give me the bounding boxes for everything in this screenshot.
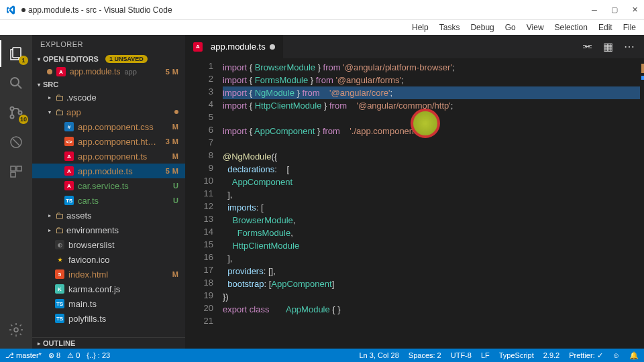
code-line[interactable] bbox=[223, 137, 640, 150]
code-line[interactable]: FormsModule, bbox=[223, 227, 640, 239]
tree-file[interactable]: TScar.tsU bbox=[32, 193, 185, 208]
src-folder-header[interactable]: ▾ SRC bbox=[32, 79, 185, 90]
split-editor-icon[interactable]: ⫘ bbox=[582, 40, 592, 53]
tree-file[interactable]: TSmain.ts bbox=[32, 296, 185, 311]
tab-app-module[interactable]: A app.module.ts bbox=[185, 35, 284, 58]
menu-selection[interactable]: Selection bbox=[555, 23, 588, 32]
status-version[interactable]: 2.9.2 bbox=[543, 351, 559, 359]
code-line[interactable]: ], bbox=[223, 188, 640, 201]
svg-rect-9 bbox=[17, 166, 21, 171]
minimize-button[interactable]: ─ bbox=[590, 6, 598, 14]
tree-file[interactable]: Aapp.module.ts5M bbox=[32, 164, 185, 178]
tree-file[interactable]: Aapp.component.tsM bbox=[32, 149, 185, 164]
file-label: favicon.ico bbox=[68, 255, 109, 265]
minimap[interactable] bbox=[640, 58, 644, 349]
status-cursor[interactable]: Ln 3, Col 28 bbox=[359, 351, 398, 359]
layout-icon[interactable]: ▦ bbox=[603, 40, 613, 53]
more-icon[interactable]: ⋯ bbox=[624, 40, 635, 53]
status-bell-icon[interactable]: 🔔 bbox=[629, 351, 639, 360]
code-line[interactable]: HttpClientModule bbox=[223, 239, 640, 252]
tree-file[interactable]: 5index.htmlM bbox=[32, 267, 185, 282]
tree-file[interactable]: TSpolyfills.ts bbox=[32, 311, 185, 326]
tree-file[interactable]: ★favicon.ico bbox=[32, 252, 185, 267]
code-line[interactable]: import { FormsModule } from '@angular/fo… bbox=[223, 74, 640, 86]
maximize-button[interactable]: ▢ bbox=[610, 6, 619, 14]
code-line[interactable] bbox=[223, 112, 640, 125]
code-line[interactable]: BrowserModule, bbox=[223, 214, 640, 227]
code-line[interactable]: AppComponent bbox=[223, 176, 640, 188]
tree-folder[interactable]: ▸🗀assets bbox=[32, 208, 185, 223]
activity-extensions-icon[interactable] bbox=[0, 158, 32, 185]
activity-explorer-icon[interactable]: 1 bbox=[0, 40, 32, 67]
tree-file[interactable]: <>app.component.ht…3M bbox=[32, 134, 185, 149]
status-warnings[interactable]: ⚠ 0 bbox=[67, 351, 80, 360]
status-prettier[interactable]: Prettier: ✓ bbox=[569, 351, 603, 360]
main: 1 10 EXPLORER ▾ OPEN EDITORS 1 UNSAVED A bbox=[0, 35, 644, 349]
code-line[interactable]: import { HttpClientModule } from '@angul… bbox=[223, 99, 640, 112]
line-gutter: 123456789101112131415161718192021 bbox=[185, 58, 223, 349]
file-icon: ◐ bbox=[55, 240, 64, 249]
folder-icon: 🗀 bbox=[55, 225, 64, 235]
code-line[interactable]: import { NgModule } from '@angular/core'… bbox=[223, 86, 640, 99]
code-line[interactable] bbox=[223, 316, 640, 328]
open-editor-item[interactable]: A app.module.ts app 5M bbox=[32, 64, 185, 79]
svg-rect-8 bbox=[11, 166, 15, 171]
open-editors-header[interactable]: ▾ OPEN EDITORS 1 UNSAVED bbox=[32, 54, 185, 64]
tree-file[interactable]: Kkarma.conf.js bbox=[32, 282, 185, 296]
status-branch[interactable]: ⎇master* bbox=[5, 351, 42, 360]
chevron-down-icon: ▾ bbox=[38, 82, 40, 88]
code-line[interactable]: declarations: [ bbox=[223, 163, 640, 176]
activity-settings-icon[interactable] bbox=[0, 316, 32, 343]
menu-debug[interactable]: Debug bbox=[470, 23, 494, 32]
code-line[interactable]: import { AppComponent } from './app.comp… bbox=[223, 125, 640, 137]
status-feedback-icon[interactable]: ☺ bbox=[612, 351, 620, 359]
chevron-icon: ▸ bbox=[48, 227, 55, 233]
file-icon: # bbox=[64, 122, 74, 131]
folder-icon: 🗀 bbox=[55, 93, 64, 103]
code-area[interactable]: 123456789101112131415161718192021 import… bbox=[185, 58, 644, 349]
menu-tasks[interactable]: Tasks bbox=[439, 23, 460, 32]
tree-file[interactable]: ◐browserslist bbox=[32, 237, 185, 252]
status-encoding[interactable]: UTF-8 bbox=[451, 351, 472, 359]
file-icon: TS bbox=[55, 299, 64, 308]
svg-line-2 bbox=[18, 85, 21, 88]
scm-badge: 10 bbox=[19, 115, 28, 124]
menu-go[interactable]: Go bbox=[505, 23, 516, 32]
file-icon: K bbox=[55, 284, 64, 294]
close-button[interactable]: ✕ bbox=[631, 6, 639, 14]
activity-search-icon[interactable] bbox=[0, 70, 32, 97]
code-line[interactable]: providers: [], bbox=[223, 265, 640, 278]
tree-file[interactable]: #app.component.cssM bbox=[32, 119, 185, 134]
titlebar: app.module.ts - src - Visual Studio Code… bbox=[0, 0, 644, 20]
tree-folder[interactable]: ▸🗀environments bbox=[32, 223, 185, 237]
code-line[interactable]: ], bbox=[223, 252, 640, 265]
outline-header[interactable]: ▸ OUTLINE bbox=[32, 337, 185, 349]
status-spaces[interactable]: Spaces: 2 bbox=[409, 351, 441, 359]
tree-file[interactable]: Acar.service.tsU bbox=[32, 178, 185, 193]
tree-folder[interactable]: ▸🗀.vscode bbox=[32, 90, 185, 105]
menu-file[interactable]: File bbox=[623, 23, 636, 32]
code-line[interactable]: }) bbox=[223, 290, 640, 303]
code-content[interactable]: import { BrowserModule } from '@angular/… bbox=[223, 58, 640, 349]
code-line[interactable]: imports: [ bbox=[223, 201, 640, 214]
status-eol[interactable]: LF bbox=[481, 351, 490, 359]
activity-scm-icon[interactable]: 10 bbox=[0, 99, 32, 126]
file-icon: A bbox=[64, 166, 74, 176]
activity-debug-icon[interactable] bbox=[0, 129, 32, 156]
folder-icon: 🗀 bbox=[55, 210, 64, 221]
status-errors[interactable]: ⊗ 8 bbox=[48, 351, 60, 360]
code-line[interactable]: import { BrowserModule } from '@angular/… bbox=[223, 61, 640, 74]
code-line[interactable]: bootstrap: [AppComponent] bbox=[223, 278, 640, 290]
code-line[interactable]: export class AppModule { } bbox=[223, 303, 640, 316]
menu-help[interactable]: Help bbox=[412, 23, 429, 32]
status-lang[interactable]: TypeScript bbox=[499, 351, 534, 359]
status-info[interactable]: {..} : 23 bbox=[87, 351, 110, 359]
tree-folder[interactable]: ▾🗀app bbox=[32, 105, 185, 119]
file-icon: A bbox=[64, 181, 74, 190]
menu-edit[interactable]: Edit bbox=[598, 23, 612, 32]
file-label: app.component.ht… bbox=[78, 137, 156, 147]
menu-view[interactable]: View bbox=[527, 23, 544, 32]
file-label: app bbox=[66, 107, 81, 117]
code-line[interactable]: @NgModule({ bbox=[223, 150, 640, 163]
file-label: car.service.ts bbox=[78, 181, 129, 191]
